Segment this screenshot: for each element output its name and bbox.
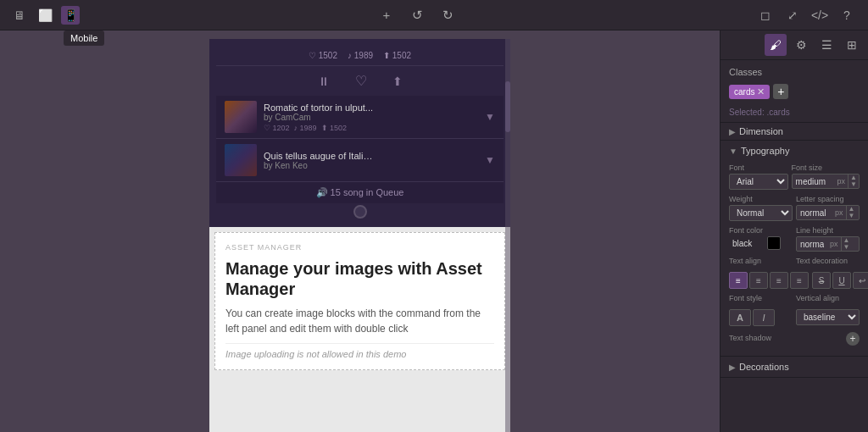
align-deco-buttons-row: ≡ ≡ ≡ ≡ S U ↩ [721,269,868,291]
strikethrough-btn[interactable]: S [812,272,831,289]
font-size-label: Font size [792,163,860,172]
song-arrow-2: ▼ [485,154,495,166]
add-shadow-btn[interactable]: + [846,332,860,346]
weight-select[interactable]: Normal [729,205,793,221]
fontstyle-valign-controls-row: A I baseline top middle bottom [721,307,868,329]
text-deco-buttons: S U ↩ [812,272,868,289]
typography-label: Typography [741,146,789,156]
add-class-btn[interactable]: + [773,84,788,99]
color-swatch[interactable] [767,236,781,250]
tablet-device-btn[interactable]: ⬜ [36,6,54,25]
italic-style-btn[interactable]: I [753,309,775,326]
decorations-section: ▶ Decorations [721,357,868,378]
vertical-align-select-group: baseline top middle bottom [796,309,860,326]
font-label: Font [729,163,788,172]
asset-manager-title: Manage your images with Asset Manager [225,258,494,299]
line-height-input[interactable] [797,238,827,251]
song-title-2: Quis tellus augue of Italia... [264,151,374,161]
asset-manager-note: Image uploading is not allowed in this d… [225,343,494,359]
add-btn[interactable]: + [376,4,398,26]
mobile-device-btn[interactable]: 📱 [61,6,80,25]
song-header: ♡ 1502 ♪ 1989 ⬆ 1502 [216,46,504,66]
song-item-1[interactable]: Romatic of tortor in ulput... by CamCam … [216,96,504,139]
undo-btn[interactable]: ↺ [406,4,428,26]
font-size-down[interactable]: ▼ [849,181,859,188]
settings-mode-btn[interactable]: ⚙ [790,34,812,56]
home-button[interactable] [353,205,367,219]
font-color-label: Font color [729,226,793,235]
font-style-label-group: Font style [729,294,793,304]
text-decoration-label: Text decoration [796,257,860,265]
typography-section: ▼ Typography Font Arial Font size px [721,141,868,357]
stat-music: ♪ 1989 [294,124,317,132]
pause-btn[interactable]: ⏸ [318,75,330,88]
song-arrow-1: ▼ [485,111,495,123]
align-right-btn[interactable]: ≡ [770,272,788,289]
toolbar-actions: + ↺ ↻ [376,4,459,26]
song-info-1: Romatic of tortor in ulput... by CamCam … [264,102,478,132]
like-btn[interactable]: ♡ [355,73,367,89]
scrollbar-thumb[interactable] [505,81,510,132]
font-size-input[interactable] [793,175,835,188]
class-tag-remove[interactable]: ✕ [757,86,765,97]
font-size-input-row: px ▲ ▼ [792,174,860,189]
desktop-device-btn[interactable]: 🖥 [10,6,29,25]
align-left-btn[interactable]: ≡ [729,272,748,289]
share-stat: ⬆ 1502 [383,51,411,60]
color-group: Font color [729,226,793,252]
share-btn[interactable]: ⬆ [392,75,403,88]
line-height-label: Line height [796,226,860,235]
device-switcher: 🖥 ⬜ 📱 [10,6,80,25]
grid-mode-btn[interactable]: ⊞ [841,34,863,56]
letter-spacing-input[interactable] [797,207,832,219]
color-row [729,236,793,250]
italic-deco-btn[interactable]: ↩ [853,272,868,289]
text-shadow-row: Text shadow + [721,329,868,349]
layout-icon-btn[interactable]: ◻ [754,4,776,26]
dimension-row[interactable]: ▶ Dimension [721,123,868,140]
song-queue: 🔊 15 song in Queue [216,182,504,203]
weight-group: Weight Normal [729,195,793,221]
phone-mockup: ♡ 1502 ♪ 1989 ⬆ 1502 ⏸ ♡ ⬆ Romatic of to… [209,39,510,227]
style-mode-btn[interactable]: 🖌 [765,34,787,56]
redo-btn[interactable]: ↻ [437,4,459,26]
asset-manager-label: ASSET MANAGER [225,243,494,252]
dimension-section: ▶ Dimension [721,123,868,141]
font-size-unit: px [835,177,849,186]
code-icon-btn[interactable]: </> [809,4,831,26]
font-style-label: Font style [729,294,793,302]
align-center-btn[interactable]: ≡ [749,272,768,289]
font-color-input[interactable] [729,237,765,250]
dimension-label: Dimension [739,126,783,136]
font-size-stepper: ▲ ▼ [848,174,859,188]
typography-header[interactable]: ▼ Typography [721,141,868,161]
text-align-label: Text align [729,257,793,265]
song-artist-1: by CamCam [264,113,478,122]
decorations-row[interactable]: ▶ Decorations [721,357,868,377]
help-icon-btn[interactable]: ? [836,4,858,26]
classes-row: cards ✕ + [721,80,868,106]
mobile-tooltip: Mobile [64,30,104,46]
resize-icon-btn[interactable]: ⤢ [782,4,804,26]
main-layout: ♡ 1502 ♪ 1989 ⬆ 1502 ⏸ ♡ ⬆ Romatic of to… [0,30,868,432]
align-justify-btn[interactable]: ≡ [790,272,809,289]
line-height-down[interactable]: ▼ [842,244,852,251]
selected-label: Selected: .cards [721,106,868,122]
class-tag-cards[interactable]: cards ✕ [729,85,770,99]
scrollbar-track[interactable] [505,39,510,432]
heart-stat: ♡ 1502 [309,51,337,60]
letter-spacing-down[interactable]: ▼ [847,213,857,219]
weight-letterspacing-row: Weight Normal Letter spacing px ▲ ▼ [721,192,868,224]
right-panel: 🖌 ⚙ ☰ ⊞ Classes cards ✕ + Selected: .car… [720,30,868,432]
canvas-area: ♡ 1502 ♪ 1989 ⬆ 1502 ⏸ ♡ ⬆ Romatic of to… [0,30,720,432]
vertical-align-select[interactable]: baseline top middle bottom [796,309,860,325]
menu-mode-btn[interactable]: ☰ [815,34,837,56]
song-item-2[interactable]: Quis tellus augue of Italia... by Ken Ke… [216,139,504,182]
font-select[interactable]: Arial [729,174,788,190]
bold-style-btn[interactable]: A [729,309,751,326]
line-height-stepper: ▲ ▼ [841,237,852,251]
weight-label: Weight [729,195,793,203]
decorations-chevron: ▶ [729,363,736,372]
music-stat: ♪ 1989 [348,51,373,60]
underline-btn[interactable]: U [832,272,851,289]
